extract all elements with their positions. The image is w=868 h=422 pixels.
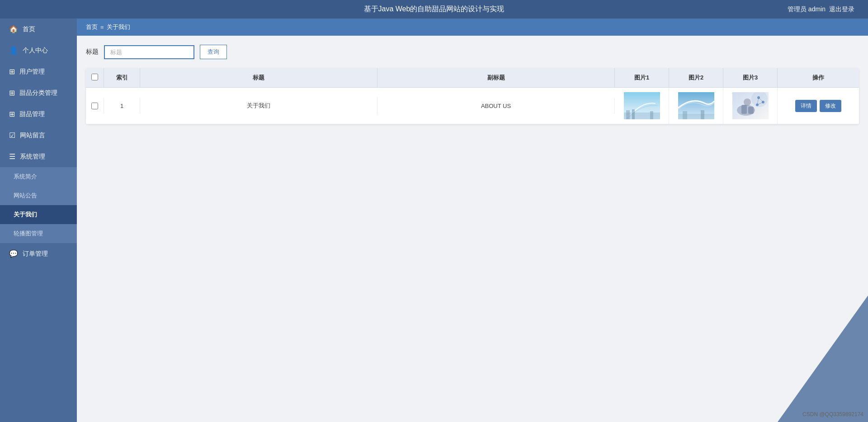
svg-rect-2	[626, 110, 630, 119]
sidebar-item-sys-mgmt-label: 系统管理	[20, 153, 45, 161]
sidebar-item-order-mgmt[interactable]: 💬 订单管理	[0, 243, 77, 264]
data-table: 索引 标题 副标题 图片1 图片2 图片3 操作 1 关于我们 ABOUT US	[86, 68, 859, 124]
submenu-about-us[interactable]: 关于我们	[0, 205, 77, 224]
breadcrumb: 首页 ≡ 关于我们	[77, 19, 868, 36]
svg-rect-7	[683, 111, 687, 119]
sidebar-item-comment[interactable]: ☑ 网站留言	[0, 125, 77, 146]
submenu-carousel-label: 轮播图管理	[14, 230, 43, 237]
sidebar-item-user-mgmt[interactable]: ⊞ 用户管理	[0, 61, 77, 82]
image1-thumbnail	[624, 92, 660, 119]
svg-rect-4	[650, 111, 653, 119]
sidebar: 🏠 首页 👤 个人中心 ⊞ 用户管理 ⊞ 甜品分类管理 ⊞ 甜品管理 ☑ 网站留…	[0, 19, 77, 422]
grid2-icon: ⊞	[9, 89, 15, 97]
sidebar-submenu: 系统简介 网站公告 关于我们 轮播图管理	[0, 167, 77, 243]
table-header-row: 索引 标题 副标题 图片1 图片2 图片3 操作	[86, 68, 859, 88]
home-icon: 🏠	[9, 25, 18, 33]
action-buttons: 详情 修改	[782, 100, 854, 112]
search-button[interactable]: 查询	[200, 45, 227, 59]
sidebar-item-dessert-mgmt-label: 甜品管理	[19, 110, 45, 118]
sidebar-item-comment-label: 网站留言	[20, 131, 45, 140]
td-img1	[615, 88, 669, 124]
breadcrumb-current: 关于我们	[107, 23, 130, 31]
th-index: 索引	[104, 68, 140, 87]
th-subtitle: 副标题	[377, 68, 615, 87]
search-input[interactable]	[104, 45, 194, 59]
breadcrumb-separator: ≡	[100, 24, 104, 31]
svg-rect-3	[632, 109, 635, 119]
sidebar-item-home-label: 首页	[23, 25, 35, 33]
td-index: 1	[104, 98, 140, 114]
search-label: 标题	[86, 48, 99, 56]
image2-thumbnail	[678, 92, 714, 119]
submenu-about-us-label: 关于我们	[14, 211, 37, 218]
submenu-carousel[interactable]: 轮播图管理	[0, 224, 77, 243]
row-checkbox[interactable]	[91, 103, 98, 109]
td-img3	[723, 88, 778, 124]
select-all-checkbox[interactable]	[91, 74, 98, 80]
menu-icon: ☰	[9, 152, 15, 161]
td-subtitle: ABOUT US	[377, 98, 615, 114]
submenu-sys-intro[interactable]: 系统简介	[0, 167, 77, 186]
csdn-watermark: CSDN @QQ3359892174	[802, 411, 863, 417]
main-layout: 🏠 首页 👤 个人中心 ⊞ 用户管理 ⊞ 甜品分类管理 ⊞ 甜品管理 ☑ 网站留…	[0, 19, 868, 422]
grid-icon: ⊞	[9, 67, 15, 76]
svg-rect-12	[741, 105, 747, 114]
content-area: 首页 ≡ 关于我们 标题 查询 索引 标题 副标题	[77, 19, 868, 422]
user-label: 管理员 admin	[788, 5, 826, 14]
sidebar-item-profile-label: 个人中心	[23, 47, 48, 55]
submenu-site-notice[interactable]: 网站公告	[0, 186, 77, 205]
td-title: 关于我们	[140, 97, 377, 114]
sidebar-item-dessert-cat-label: 甜品分类管理	[19, 89, 57, 97]
th-img3: 图片3	[723, 68, 778, 87]
page-content: 标题 查询 索引 标题 副标题 图片1 图片2 图片3 操作	[77, 36, 868, 422]
sidebar-item-dessert-cat[interactable]: ⊞ 甜品分类管理	[0, 82, 77, 103]
sidebar-item-sys-mgmt[interactable]: ☰ 系统管理	[0, 146, 77, 167]
td-img2	[669, 88, 723, 124]
th-img2: 图片2	[669, 68, 723, 87]
edit-button[interactable]: 修改	[820, 100, 841, 112]
td-checkbox	[86, 98, 104, 114]
sidebar-item-order-mgmt-label: 订单管理	[23, 250, 48, 258]
th-checkbox	[86, 68, 104, 87]
image3-thumbnail	[732, 92, 769, 119]
order-icon: 💬	[9, 249, 18, 258]
th-title: 标题	[140, 68, 377, 87]
grid3-icon: ⊞	[9, 110, 15, 118]
svg-rect-13	[748, 107, 754, 114]
td-actions: 详情 修改	[778, 95, 859, 117]
submenu-sys-intro-label: 系统简介	[14, 173, 37, 180]
table-row: 1 关于我们 ABOUT US	[86, 88, 859, 124]
triangle-decoration	[778, 295, 868, 422]
user-info: 管理员 admin 退出登录	[788, 5, 854, 14]
top-header: 基于Java Web的自助甜品网站的设计与实现 管理员 admin 退出登录	[0, 0, 868, 19]
sidebar-item-user-mgmt-label: 用户管理	[19, 68, 45, 76]
th-img1: 图片1	[615, 68, 669, 87]
th-action: 操作	[778, 68, 859, 87]
submenu-site-notice-label: 网站公告	[14, 192, 37, 199]
logout-link[interactable]: 退出登录	[829, 5, 854, 14]
breadcrumb-home[interactable]: 首页	[86, 23, 98, 31]
sidebar-item-profile[interactable]: 👤 个人中心	[0, 40, 77, 61]
sidebar-item-home[interactable]: 🏠 首页	[0, 19, 77, 40]
svg-point-14	[744, 98, 751, 106]
site-title: 基于Java Web的自助甜品网站的设计与实现	[364, 5, 505, 13]
profile-icon: 👤	[9, 46, 18, 55]
search-bar: 标题 查询	[86, 45, 859, 59]
detail-button[interactable]: 详情	[795, 100, 817, 112]
sidebar-item-dessert-mgmt[interactable]: ⊞ 甜品管理	[0, 103, 77, 125]
check-icon: ☑	[9, 131, 15, 140]
svg-rect-8	[701, 110, 704, 119]
